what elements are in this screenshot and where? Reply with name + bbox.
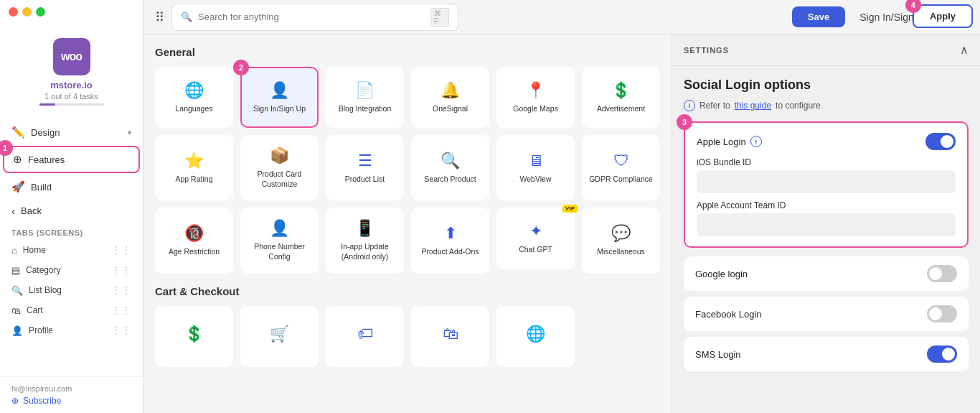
blog-icon: 🔍 bbox=[11, 285, 23, 296]
ios-bundle-id-input[interactable] bbox=[697, 170, 956, 193]
phone-icon: 👤 bbox=[270, 219, 289, 238]
google-login-toggle[interactable] bbox=[927, 265, 957, 282]
feature-card-webview[interactable]: 🖥 WebView bbox=[496, 135, 575, 200]
logo-area: woo mstore.io 1 out of 4 tasks bbox=[0, 24, 143, 113]
apple-login-wrapper: 3 Apple Login i iOS Bundle ID bbox=[684, 121, 969, 248]
sidebar-item-features[interactable]: ⊕ Features bbox=[3, 146, 140, 173]
subscribe-button[interactable]: ⊕ Subscribe bbox=[11, 396, 131, 406]
feature-card-misc[interactable]: 💬 Miscellaneous bbox=[582, 208, 660, 273]
tab-label: Category bbox=[26, 265, 61, 275]
subscribe-label: Subscribe bbox=[23, 396, 61, 406]
apple-login-toggle[interactable] bbox=[925, 133, 956, 150]
social-login-title: Social Login options bbox=[684, 78, 969, 93]
feature-card-gdpr[interactable]: 🛡 GDPR Compliance bbox=[582, 135, 660, 200]
search-input[interactable] bbox=[198, 11, 425, 22]
blog-icon: 📄 bbox=[355, 81, 374, 100]
feature-card-onesignal[interactable]: 🔔 OneSignal bbox=[411, 67, 489, 128]
feature-card-app-rating[interactable]: ⭐ App Rating bbox=[155, 135, 233, 200]
facebook-login-toggle[interactable] bbox=[927, 305, 957, 322]
tab-profile[interactable]: 👤 Profile ⋮⋮ bbox=[0, 320, 143, 340]
feature-card-languages[interactable]: 🌐 Languages bbox=[155, 67, 233, 128]
sidebar-item-back[interactable]: ‹ Back bbox=[0, 199, 143, 223]
apple-team-id-input[interactable] bbox=[697, 213, 956, 236]
progress-fill bbox=[39, 103, 56, 106]
feature-card-phone-config[interactable]: 👤 Phone Number Config bbox=[240, 208, 319, 273]
apple-info-icon: i bbox=[750, 136, 762, 147]
tab-home[interactable]: ⌂ Home ⋮⋮ bbox=[0, 240, 143, 260]
vip-badge: VIP bbox=[562, 205, 578, 213]
feature-card-product-card[interactable]: 📦 Product Card Customize bbox=[240, 135, 319, 200]
guide-link[interactable]: this guide bbox=[735, 101, 771, 111]
cart-icon5: 🌐 bbox=[526, 325, 545, 343]
save-button[interactable]: Save bbox=[792, 6, 845, 27]
drag-handle-icon[interactable]: ⋮⋮ bbox=[111, 325, 131, 336]
feature-card-cart3[interactable]: 🏷 bbox=[326, 306, 404, 367]
feature-card-cart4[interactable]: 🛍 bbox=[411, 306, 489, 367]
card-label: Google Maps bbox=[513, 104, 557, 114]
maximize-button[interactable] bbox=[36, 7, 45, 17]
feature-card-advertisement[interactable]: 💲 Advertisement bbox=[582, 67, 660, 128]
tab-label: List Blog bbox=[29, 285, 62, 295]
cart-icon: 🛍 bbox=[11, 305, 21, 316]
feature-card-cart2[interactable]: 🛒 bbox=[240, 306, 319, 367]
main-area: ⠿ 🔍 ⌘ F Save Sign In/Sign Up Settings Ge… bbox=[143, 0, 980, 413]
cart-icon3: 🏷 bbox=[357, 325, 373, 343]
collapse-icon[interactable]: ∧ bbox=[960, 43, 969, 57]
keyboard-shortcut: ⌘ F bbox=[430, 8, 449, 27]
drag-handle-icon[interactable]: ⋮⋮ bbox=[111, 244, 131, 256]
feature-grid-general: 🌐 Languages 2 👤 Sign In/Sign Up 📄 Blog I… bbox=[155, 67, 660, 274]
tab-list-blog[interactable]: 🔍 List Blog ⋮⋮ bbox=[0, 280, 143, 300]
search-bar[interactable]: 🔍 ⌘ F bbox=[171, 4, 458, 31]
info-text-post: to configure bbox=[776, 101, 821, 111]
home-icon: ⌂ bbox=[11, 245, 17, 256]
feature-card-inapp-update[interactable]: 📱 In-app Update (Android only) bbox=[326, 208, 404, 273]
product-list-icon: ☰ bbox=[358, 152, 372, 170]
feature-card-chatgpt[interactable]: ✦ Chat GPT bbox=[496, 208, 575, 269]
drag-handle-icon[interactable]: ⋮⋮ bbox=[111, 305, 131, 316]
apple-login-block: Apple Login i iOS Bundle ID Apple Accoun… bbox=[684, 121, 969, 248]
sidebar-item-build[interactable]: 🚀 Build bbox=[0, 175, 143, 199]
feature-card-cart5[interactable]: 🌐 bbox=[496, 306, 575, 367]
card-label: Product List bbox=[345, 175, 385, 185]
drag-handle-icon[interactable]: ⋮⋮ bbox=[111, 264, 131, 276]
webview-icon: 🖥 bbox=[528, 152, 544, 170]
feature-card-signin[interactable]: 👤 Sign In/Sign Up bbox=[240, 67, 319, 128]
languages-icon: 🌐 bbox=[184, 81, 204, 100]
tab-cart[interactable]: 🛍 Cart ⋮⋮ bbox=[0, 300, 143, 320]
info-row: i Refer to this guide to configure bbox=[684, 100, 969, 111]
close-button[interactable] bbox=[9, 7, 18, 17]
task-progress: 1 out of 4 tasks bbox=[44, 92, 98, 101]
feature-card-product-list[interactable]: ☰ Product List bbox=[326, 135, 404, 200]
drag-handle-icon[interactable]: ⋮⋮ bbox=[111, 284, 131, 296]
card-label: Sign In/Sign Up bbox=[253, 104, 306, 114]
feature-card-product-addons[interactable]: ⬆ Product Add-Ons bbox=[411, 208, 489, 273]
features-grid-area: General 🌐 Languages 2 👤 Sign In/Sign Up bbox=[143, 34, 672, 413]
maps-icon: 📍 bbox=[526, 81, 545, 100]
addons-icon: ⬆ bbox=[444, 224, 457, 243]
card-label: Search Product bbox=[424, 175, 476, 185]
card-label: Languages bbox=[176, 104, 213, 114]
card-label: GDPR Compliance bbox=[589, 175, 653, 185]
sms-login-toggle[interactable] bbox=[927, 345, 957, 363]
card-label: Chat GPT bbox=[519, 245, 552, 255]
step-3-badge: 3 bbox=[677, 114, 692, 130]
sidebar-nav: ✏️ Design ▾ 1 ⊕ Features 🚀 Build ‹ Back … bbox=[0, 113, 143, 376]
traffic-lights bbox=[0, 0, 143, 24]
minimize-button[interactable] bbox=[22, 7, 32, 17]
misc-icon: 💬 bbox=[611, 224, 631, 243]
grid-icon[interactable]: ⠿ bbox=[155, 9, 164, 25]
feature-card-search-product[interactable]: 🔍 Search Product bbox=[411, 135, 489, 200]
tab-category[interactable]: ▤ Category ⋮⋮ bbox=[0, 260, 143, 280]
feature-card-cart1[interactable]: 💲 bbox=[155, 306, 233, 367]
right-panel: SETTINGS ∧ 4 Apply Social Login options … bbox=[672, 34, 980, 413]
logo-text: woo bbox=[61, 50, 82, 63]
feature-card-age-restriction[interactable]: 🔞 Age Restriction bbox=[155, 208, 233, 273]
feature-card-google-maps[interactable]: 📍 Google Maps bbox=[496, 67, 575, 128]
tabs-section-label: Tabs (screens) bbox=[0, 223, 143, 240]
google-login-row: Google login bbox=[684, 256, 969, 291]
ios-bundle-id-group: iOS Bundle ID bbox=[697, 157, 956, 193]
feature-card-blog[interactable]: 📄 Blog Integration bbox=[326, 67, 404, 128]
cart-icon2: 🛒 bbox=[270, 325, 289, 343]
sidebar-item-design[interactable]: ✏️ Design ▾ bbox=[0, 120, 143, 144]
store-name: mstore.io bbox=[50, 80, 93, 91]
